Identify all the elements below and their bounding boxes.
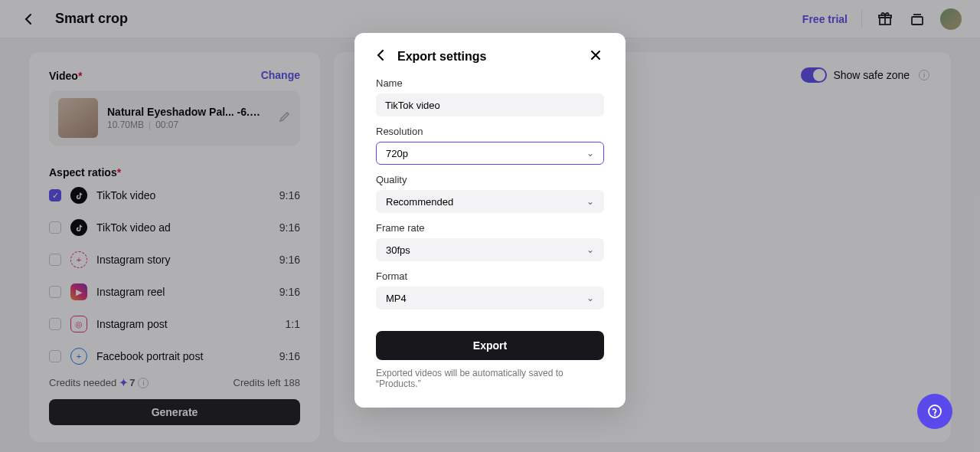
help-button[interactable]	[917, 394, 952, 429]
chevron-down-icon: ⌄	[586, 196, 594, 207]
format-label: Format	[376, 270, 604, 282]
modal-close-button[interactable]	[590, 50, 604, 64]
export-note: Exported videos will be automatically sa…	[376, 368, 604, 389]
export-settings-modal: Export settings Name Resolution 720p⌄ Qu…	[354, 33, 626, 408]
name-input[interactable]	[376, 93, 604, 116]
chevron-down-icon: ⌄	[586, 293, 594, 303]
name-label: Name	[376, 77, 604, 89]
framerate-label: Frame rate	[376, 222, 604, 234]
help-icon	[927, 404, 942, 419]
svg-point-4	[934, 414, 936, 416]
resolution-select[interactable]: 720p⌄	[376, 142, 604, 165]
chevron-down-icon: ⌄	[586, 148, 594, 159]
modal-title: Export settings	[397, 50, 486, 64]
framerate-select[interactable]: 30fps⌄	[376, 238, 604, 261]
quality-label: Quality	[376, 174, 604, 185]
export-button[interactable]: Export	[376, 331, 604, 360]
resolution-label: Resolution	[376, 126, 604, 137]
quality-select[interactable]: Recommended⌄	[376, 190, 604, 213]
format-select[interactable]: MP4⌄	[376, 287, 604, 310]
chevron-left-icon	[376, 50, 387, 61]
modal-back-button[interactable]	[376, 50, 390, 64]
close-icon	[590, 50, 601, 61]
chevron-down-icon: ⌄	[586, 244, 594, 255]
